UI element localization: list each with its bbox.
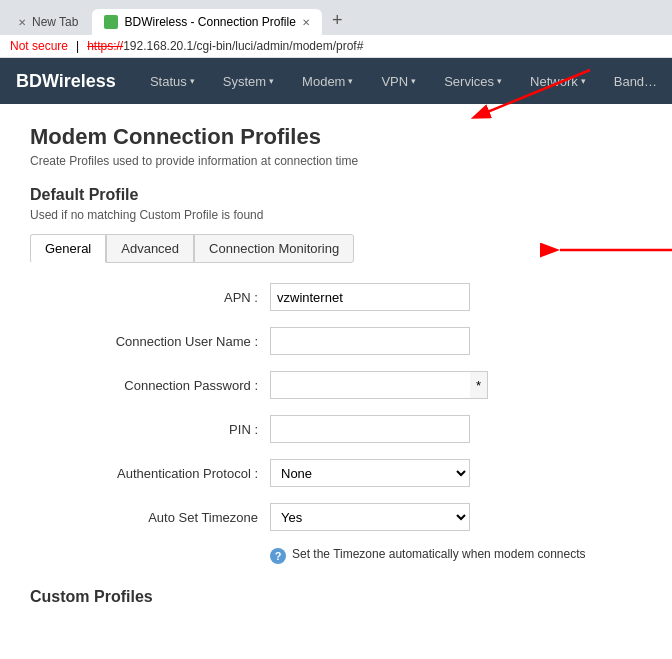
tab-connection-monitoring[interactable]: Connection Monitoring: [194, 234, 354, 263]
nav-item-system[interactable]: System ▾: [209, 58, 288, 104]
timezone-label: Auto Set Timezone: [30, 510, 270, 525]
favicon-icon: [104, 15, 118, 29]
password-input[interactable]: [270, 371, 470, 399]
apn-input[interactable]: [270, 283, 470, 311]
timezone-select[interactable]: Yes No: [270, 503, 470, 531]
tab-advanced[interactable]: Advanced: [106, 234, 194, 263]
url-display[interactable]: https://192.168.20.1/cgi-bin/luci/admin/…: [87, 39, 363, 53]
annotation-arrow-1: [390, 60, 610, 140]
tab-active[interactable]: BDWireless - Connection Profile ✕: [92, 9, 321, 35]
url-path: 192.168.20.1/cgi-bin/luci/admin/modem/pr…: [123, 39, 363, 53]
page-subtitle: Create Profiles used to provide informat…: [30, 154, 642, 168]
password-row: Connection Password : *: [30, 371, 642, 399]
tab-active-label: BDWireless - Connection Profile: [124, 15, 295, 29]
apn-row: APN :: [30, 283, 642, 311]
tab-label: New Tab: [32, 15, 78, 29]
nav-item-modem[interactable]: Modem ▾: [288, 58, 367, 104]
pin-input[interactable]: [270, 415, 470, 443]
tab-bar: ✕ New Tab BDWireless - Connection Profil…: [0, 0, 672, 35]
timezone-info-row: ? Set the Timezone automatically when mo…: [30, 547, 642, 564]
form-container: APN : Connection User Name : Connection …: [30, 283, 642, 564]
nav-label-band: Band…: [614, 74, 657, 89]
nav-item-band[interactable]: Band…: [600, 58, 671, 104]
annotation-arrow-2: [550, 238, 672, 268]
chevron-down-icon: ▾: [190, 76, 195, 86]
username-row: Connection User Name :: [30, 327, 642, 355]
timezone-info-text: Set the Timezone automatically when mode…: [292, 547, 585, 561]
password-input-group: *: [270, 371, 488, 399]
nav-label-system: System: [223, 74, 266, 89]
nav-label-modem: Modem: [302, 74, 345, 89]
url-separator: |: [76, 39, 79, 53]
new-tab-button[interactable]: +: [324, 6, 351, 35]
default-profile-subtitle: Used if no matching Custom Profile is fo…: [30, 208, 642, 222]
nav-item-status[interactable]: Status ▾: [136, 58, 209, 104]
tab-general[interactable]: General: [30, 234, 106, 263]
tab-inactive[interactable]: ✕ New Tab: [6, 9, 90, 35]
main-content: Modem Connection Profiles Create Profile…: [0, 104, 672, 626]
address-bar: Not secure | https://192.168.20.1/cgi-bi…: [0, 35, 672, 58]
not-secure-label: Not secure: [10, 39, 68, 53]
tab-close-icon[interactable]: ✕: [18, 17, 26, 28]
nav-label-status: Status: [150, 74, 187, 89]
timezone-row: Auto Set Timezone Yes No: [30, 503, 642, 531]
auth-protocol-label: Authentication Protocol :: [30, 466, 270, 481]
auth-protocol-row: Authentication Protocol : None PAP CHAP …: [30, 459, 642, 487]
password-label: Connection Password :: [30, 378, 270, 393]
default-profile-title: Default Profile: [30, 186, 642, 204]
tab-active-close[interactable]: ✕: [302, 17, 310, 28]
browser-chrome: ✕ New Tab BDWireless - Connection Profil…: [0, 0, 672, 58]
username-input[interactable]: [270, 327, 470, 355]
svg-line-1: [480, 70, 590, 115]
chevron-down-icon: ▾: [348, 76, 353, 86]
pin-row: PIN :: [30, 415, 642, 443]
auth-protocol-select[interactable]: None PAP CHAP PAP or CHAP: [270, 459, 470, 487]
url-protocol: https://: [87, 39, 123, 53]
apn-label: APN :: [30, 290, 270, 305]
info-icon: ?: [270, 548, 286, 564]
chevron-down-icon: ▾: [269, 76, 274, 86]
profile-tabs: General Advanced Connection Monitoring: [30, 234, 354, 263]
username-label: Connection User Name :: [30, 334, 270, 349]
custom-profiles-title: Custom Profiles: [30, 588, 642, 606]
pin-label: PIN :: [30, 422, 270, 437]
password-toggle-button[interactable]: *: [470, 371, 488, 399]
brand-logo[interactable]: BDWireless: [16, 71, 116, 92]
